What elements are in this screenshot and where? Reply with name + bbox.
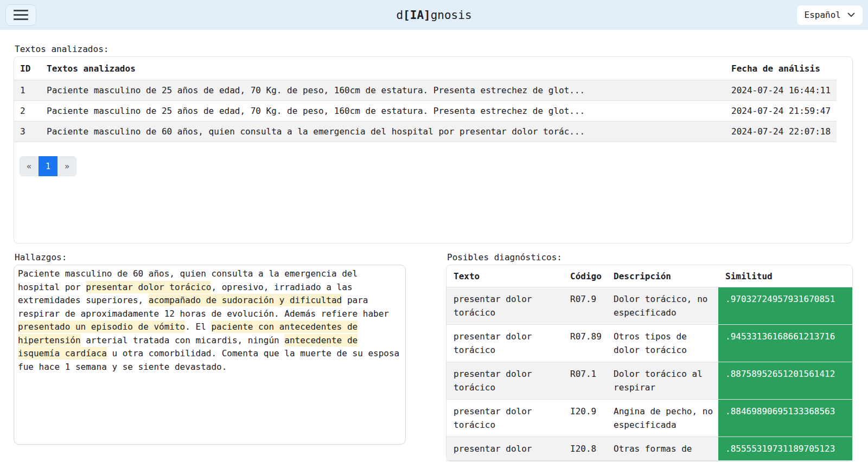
analyzed-section-label: Textos analizados:: [15, 44, 853, 55]
pagination-next-button[interactable]: »: [58, 156, 76, 176]
pagination: « 1 »: [20, 156, 837, 176]
cell-id: 2: [14, 101, 42, 121]
table-row: presentar dolor torácico R07.1 Dolor tor…: [446, 362, 852, 400]
cell-text: Paciente masculino de 25 años de edad, 7…: [42, 80, 727, 101]
diagnoses-table-card: Texto Código Descripción Similitud prese…: [446, 265, 853, 461]
title-suffix: gnosis: [431, 9, 472, 22]
diagnoses-section-label: Posibles diagnósticos:: [447, 252, 853, 263]
pagination-page-1-button[interactable]: 1: [39, 156, 58, 176]
findings-text-box: Paciente masculino de 60 años, quien con…: [14, 265, 406, 445]
table-row[interactable]: 2 Paciente masculino de 25 años de edad,…: [14, 101, 837, 121]
app-header: d[IA]gnosis Español: [0, 0, 868, 30]
table-row: presentar dolor torácico R07.89 Otros ti…: [446, 325, 852, 362]
table-row: presentar dolor torácico I20.9 Angina de…: [446, 400, 852, 437]
cell-codigo: R07.9: [563, 287, 607, 325]
table-row[interactable]: 3 Paciente masculino de 60 años, quien c…: [14, 121, 837, 142]
title-brand: [IA]: [403, 9, 431, 22]
column-header-date: Fecha de análisis: [727, 57, 837, 80]
analyzed-table: ID Textos analizados Fecha de análisis 1…: [14, 57, 837, 142]
pagination-prev-button[interactable]: «: [20, 156, 39, 176]
cell-similitud: .94533136168661213716: [718, 325, 852, 362]
cell-id: 3: [14, 121, 42, 142]
cell-date: 2024-07-24 16:44:11: [727, 80, 837, 101]
findings-highlight: presentado un episodio de vómito: [18, 320, 185, 333]
table-row: presentar dolor torácico R07.9 Dolor tor…: [446, 287, 852, 325]
cell-text: Paciente masculino de 60 años, quien con…: [42, 121, 727, 142]
column-header-id: ID: [14, 57, 42, 80]
menu-button[interactable]: [5, 4, 36, 26]
cell-texto: presentar dolor torácico: [446, 400, 563, 437]
column-header-text: Textos analizados: [42, 57, 727, 80]
title-prefix: d: [396, 9, 403, 22]
cell-texto: presentar dolor: [446, 437, 563, 461]
chevron-down-icon: [847, 12, 855, 17]
main-content: Textos analizados: ID Textos analizados …: [0, 30, 868, 461]
cell-codigo: I20.9: [563, 400, 607, 437]
column-header-similitud: Similitud: [718, 265, 852, 287]
findings-section: Hallazgos: Paciente masculino de 60 años…: [14, 252, 406, 461]
table-row[interactable]: 1 Paciente masculino de 25 años de edad,…: [14, 80, 837, 101]
column-header-descripcion: Descripción: [607, 265, 718, 287]
analyzed-section: Textos analizados: ID Textos analizados …: [14, 44, 853, 243]
analyzed-header-row: ID Textos analizados Fecha de análisis: [14, 57, 837, 80]
cell-descripcion: Otras formas de: [607, 437, 718, 461]
analyzed-table-card: ID Textos analizados Fecha de análisis 1…: [14, 56, 853, 243]
cell-texto: presentar dolor torácico: [446, 325, 563, 362]
findings-segment: arterial tratada con micardis, ningún: [81, 335, 285, 345]
cell-codigo: R07.89: [563, 325, 607, 362]
findings-section-label: Hallazgos:: [15, 252, 406, 263]
cell-descripcion: Dolor torácico, no especificado: [607, 287, 718, 325]
cell-codigo: R07.1: [563, 362, 607, 400]
column-header-texto: Texto: [446, 265, 563, 287]
language-value: Español: [805, 10, 841, 20]
findings-segment: . El: [185, 322, 211, 332]
column-header-codigo: Código: [563, 265, 607, 287]
cell-texto: presentar dolor torácico: [446, 362, 563, 400]
cell-id: 1: [14, 80, 42, 101]
diagnoses-header-row: Texto Código Descripción Similitud: [446, 265, 852, 287]
page-title: d[IA]gnosis: [396, 9, 471, 22]
table-row: presentar dolor I20.8 Otras formas de .8…: [446, 437, 852, 461]
cell-similitud: .88469890695133368563: [718, 400, 852, 437]
cell-date: 2024-07-24 21:59:47: [727, 101, 837, 121]
hamburger-icon: [14, 10, 28, 11]
language-selector[interactable]: Español: [797, 5, 863, 25]
cell-similitud: .97032724957931670851: [718, 287, 852, 325]
cell-date: 2024-07-24 22:07:18: [727, 121, 837, 142]
cell-similitud: .88758952651201561412: [718, 362, 852, 400]
cell-text: Paciente masculino de 25 años de edad, 7…: [42, 101, 727, 121]
cell-texto: presentar dolor torácico: [446, 287, 563, 325]
cell-descripcion: Dolor torácico al respirar: [607, 362, 718, 400]
diagnoses-section: Posibles diagnósticos: Texto Código Desc…: [446, 252, 853, 461]
findings-highlight: presentar dolor torácico: [86, 281, 211, 293]
cell-descripcion: Angina de pecho, no especificada: [607, 400, 718, 437]
cell-similitud: .85555319731189705123: [718, 437, 852, 461]
cell-descripcion: Otros tipos de dolor torácico: [607, 325, 718, 362]
diagnoses-table: Texto Código Descripción Similitud prese…: [446, 265, 852, 461]
findings-highlight: acompañado de sudoración y dificultad: [149, 294, 342, 306]
cell-codigo: I20.8: [563, 437, 607, 461]
